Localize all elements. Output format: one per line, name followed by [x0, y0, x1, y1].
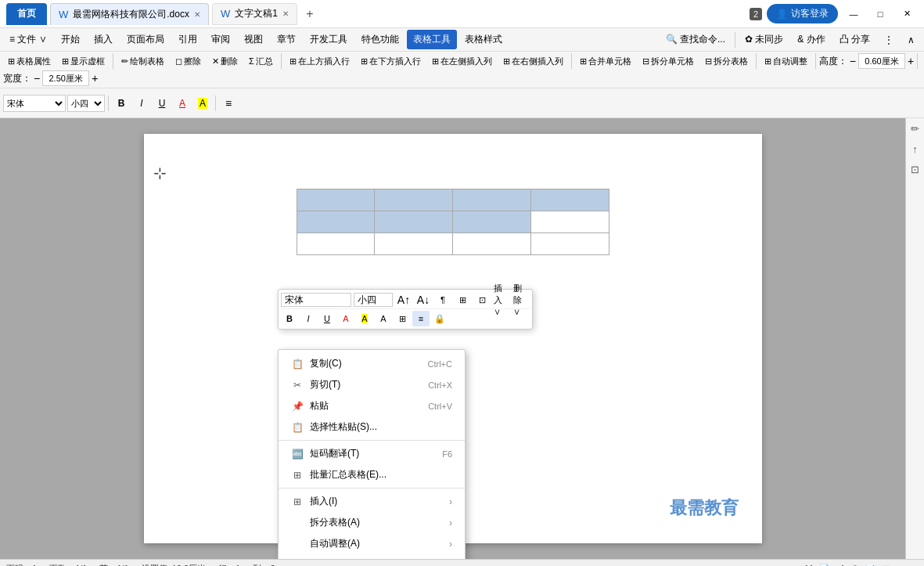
cm-copy[interactable]: 📋 复制(C) Ctrl+C	[279, 353, 465, 374]
ft-underline-btn[interactable]: U	[318, 311, 336, 326]
bold-btn[interactable]: B	[112, 95, 131, 112]
highlight-btn[interactable]: A	[193, 95, 212, 112]
table-cell[interactable]	[375, 189, 453, 211]
menu-table-tools[interactable]: 表格工具	[407, 30, 457, 49]
menu-view[interactable]: 视图	[238, 30, 269, 49]
table-cell[interactable]	[530, 233, 609, 255]
menu-table-style[interactable]: 表格样式	[458, 30, 509, 49]
ft-insert-btn[interactable]: 插入 ∨	[493, 292, 510, 308]
right-icon-3[interactable]: ⊡	[908, 162, 922, 176]
ft-highlight-btn[interactable]: A	[356, 311, 373, 326]
cm-autofit[interactable]: 自动调整(A) ›	[279, 533, 465, 554]
table-cell[interactable]	[453, 189, 531, 211]
ft-para-icon[interactable]: ¶	[434, 292, 451, 308]
delete-btn[interactable]: ✕ 删除	[207, 54, 243, 69]
underline-btn[interactable]: U	[153, 95, 171, 112]
menu-start[interactable]: 开始	[55, 30, 86, 49]
ft-border-btn[interactable]: ⊞	[394, 311, 411, 326]
table-cell[interactable]	[375, 211, 453, 233]
tab-doc1[interactable]: W 最需网络科技有限公司.docx ✕	[50, 3, 209, 25]
ft-grow-icon[interactable]: A↑	[395, 292, 412, 308]
menu-features[interactable]: 特色功能	[355, 30, 405, 49]
italic-btn[interactable]: I	[132, 95, 151, 112]
insert-right-btn[interactable]: ⊞ 在右侧插入列	[498, 54, 568, 69]
tab-home[interactable]: 首页	[6, 3, 47, 25]
split-table-btn[interactable]: ⊟ 拆分表格	[700, 54, 753, 69]
menu-section[interactable]: 章节	[271, 30, 302, 49]
menu-dev-tools[interactable]: 开发工具	[304, 30, 354, 49]
cm-split-table[interactable]: 拆分表格(A) ›	[279, 512, 465, 533]
more-btn[interactable]: ⋮	[878, 31, 900, 49]
maximize-button[interactable]: □	[869, 5, 891, 23]
summary-btn[interactable]: Σ 汇总	[244, 54, 278, 69]
sync-btn[interactable]: ✿ 未同步	[739, 30, 789, 49]
ft-shrink-icon[interactable]: A↓	[415, 292, 432, 308]
right-icon-2[interactable]: ↑	[908, 142, 922, 156]
insert-above-btn[interactable]: ⊞ 在上方插入行	[285, 54, 354, 69]
ft-italic-btn[interactable]: I	[300, 311, 317, 326]
right-icon-1[interactable]: ✏	[908, 121, 922, 135]
table-props-btn[interactable]: ⊞ 表格属性	[3, 54, 56, 69]
split-cells-btn[interactable]: ⊟ 拆分单元格	[638, 54, 699, 69]
close-button[interactable]: ✕	[896, 5, 918, 23]
table-cell[interactable]	[530, 189, 609, 211]
auto-fit-btn[interactable]: ⊞ 自动调整	[760, 54, 812, 69]
menu-review[interactable]: 审阅	[205, 30, 236, 49]
font-color-btn[interactable]: A	[173, 95, 192, 112]
ft-align-btn[interactable]: ≡	[412, 311, 430, 326]
table-cell[interactable]	[375, 233, 453, 255]
operate-btn[interactable]: & 办作	[791, 30, 831, 49]
show-grid-icon: ⊞	[62, 56, 69, 67]
ft-fontcolor-btn[interactable]: A	[337, 311, 354, 326]
cm-paste[interactable]: 📌 粘贴 Ctrl+V	[279, 395, 465, 416]
ft-delete-btn[interactable]: 删除 ∨	[512, 292, 530, 308]
ft-table2-icon[interactable]: ⊡	[473, 292, 491, 308]
height-minus[interactable]: −	[850, 55, 856, 67]
height-input[interactable]	[858, 53, 905, 69]
table-cell[interactable]	[297, 211, 375, 233]
tab-doc2-close[interactable]: ✕	[282, 9, 289, 18]
minimize-button[interactable]: —	[843, 5, 865, 23]
add-tab-button[interactable]: +	[300, 5, 319, 23]
ft-shade-btn[interactable]: A	[375, 311, 392, 326]
table-cell[interactable]	[297, 233, 375, 255]
tab-doc2[interactable]: W 文字文稿1 ✕	[212, 3, 297, 25]
ft-font-input[interactable]	[281, 293, 351, 307]
cm-batch-summary[interactable]: ⊞ 批量汇总表格(E)...	[279, 464, 465, 485]
menu-insert[interactable]: 插入	[88, 30, 119, 49]
menu-references[interactable]: 引用	[172, 30, 203, 49]
table-cell[interactable]	[453, 233, 531, 255]
cm-select-all[interactable]: 全选表格(L)	[279, 554, 465, 559]
erase-btn[interactable]: ◻ 擦除	[171, 54, 206, 69]
draw-table-btn[interactable]: ✏ 绘制表格	[117, 54, 169, 69]
ft-size-input[interactable]	[354, 293, 393, 307]
insert-below-btn[interactable]: ⊞ 在下方插入行	[356, 54, 426, 69]
table-cell[interactable]	[530, 211, 609, 233]
insert-left-btn[interactable]: ⊞ 在左侧插入列	[427, 54, 497, 69]
show-grid-btn[interactable]: ⊞ 显示虚框	[57, 54, 110, 69]
ft-lock-btn[interactable]: 🔒	[431, 311, 448, 326]
collapse-btn[interactable]: ∧	[901, 31, 921, 49]
cm-insert[interactable]: ⊞ 插入(I) ›	[279, 491, 465, 512]
cm-cut[interactable]: ✂ 剪切(T) Ctrl+X	[279, 374, 465, 395]
table-cell[interactable]	[453, 211, 531, 233]
align-btn[interactable]: ≡	[219, 95, 238, 112]
height-plus[interactable]: +	[908, 55, 914, 67]
cm-translate[interactable]: 🔤 短码翻译(T) F6	[279, 443, 465, 464]
width-minus[interactable]: −	[34, 72, 40, 85]
ft-table-icon[interactable]: ⊞	[454, 292, 471, 308]
cm-paste-special[interactable]: 📋 选择性粘贴(S)...	[279, 416, 465, 438]
width-plus[interactable]: +	[92, 72, 98, 85]
search-command[interactable]: 🔍 查找命令...	[660, 30, 732, 49]
menu-page-layout[interactable]: 页面布局	[120, 30, 171, 49]
width-input[interactable]	[42, 70, 89, 86]
visitor-login-button[interactable]: 👤 访客登录	[767, 4, 838, 23]
font-name-select[interactable]: 宋体	[3, 95, 66, 112]
table-cell[interactable]	[297, 189, 375, 211]
tab-doc1-close[interactable]: ✕	[194, 10, 200, 19]
menu-file[interactable]: ≡ 文件 ∨	[3, 30, 53, 49]
font-size-select[interactable]: 小四	[67, 95, 105, 112]
ft-bold-btn[interactable]: B	[281, 311, 298, 326]
share-btn[interactable]: 凸 分享	[833, 30, 876, 49]
merge-cells-btn[interactable]: ⊞ 合并单元格	[575, 54, 636, 69]
